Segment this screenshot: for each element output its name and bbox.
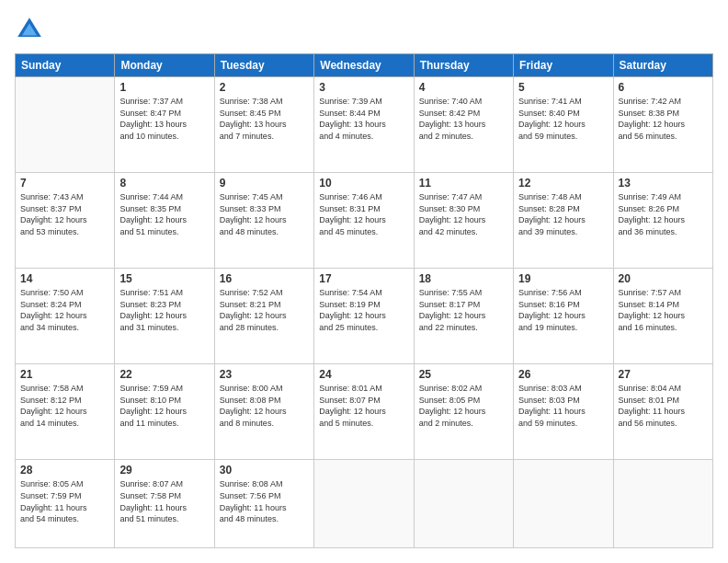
calendar-cell: 17Sunrise: 7:54 AM Sunset: 8:19 PM Dayli…	[314, 269, 414, 364]
day-number: 17	[319, 272, 408, 285]
day-number: 23	[220, 368, 309, 381]
logo-icon	[15, 15, 44, 44]
day-info: Sunrise: 7:54 AM Sunset: 8:19 PM Dayligh…	[319, 287, 408, 333]
calendar-cell: 9Sunrise: 7:45 AM Sunset: 8:33 PM Daylig…	[214, 173, 313, 269]
calendar-cell: 15Sunrise: 7:51 AM Sunset: 8:23 PM Dayli…	[115, 269, 214, 364]
day-info: Sunrise: 7:46 AM Sunset: 8:31 PM Dayligh…	[319, 191, 408, 237]
day-number: 9	[220, 177, 309, 190]
day-info: Sunrise: 8:07 AM Sunset: 7:58 PM Dayligh…	[119, 478, 209, 524]
calendar-cell	[514, 460, 613, 548]
calendar-cell: 2Sunrise: 7:38 AM Sunset: 8:45 PM Daylig…	[214, 77, 313, 173]
day-number: 28	[20, 464, 109, 477]
calendar-cell: 4Sunrise: 7:40 AM Sunset: 8:42 PM Daylig…	[414, 77, 513, 173]
day-info: Sunrise: 7:44 AM Sunset: 8:35 PM Dayligh…	[119, 191, 209, 237]
day-number: 15	[119, 272, 209, 285]
day-info: Sunrise: 8:02 AM Sunset: 8:05 PM Dayligh…	[419, 383, 508, 429]
calendar-cell: 19Sunrise: 7:56 AM Sunset: 8:16 PM Dayli…	[514, 269, 613, 364]
calendar-cell: 10Sunrise: 7:46 AM Sunset: 8:31 PM Dayli…	[314, 173, 414, 269]
calendar-cell: 5Sunrise: 7:41 AM Sunset: 8:40 PM Daylig…	[514, 77, 613, 173]
day-number: 5	[518, 81, 608, 94]
day-number: 20	[619, 272, 708, 285]
day-number: 11	[419, 177, 508, 190]
weekday-header-friday: Friday	[514, 54, 613, 77]
weekday-header-monday: Monday	[115, 54, 214, 77]
weekday-header-sunday: Sunday	[16, 54, 115, 77]
day-number: 29	[119, 464, 209, 477]
day-number: 22	[119, 368, 209, 381]
day-info: Sunrise: 7:45 AM Sunset: 8:33 PM Dayligh…	[220, 191, 309, 237]
calendar-cell	[314, 460, 414, 548]
calendar-cell: 12Sunrise: 7:48 AM Sunset: 8:28 PM Dayli…	[514, 173, 613, 269]
day-info: Sunrise: 7:50 AM Sunset: 8:24 PM Dayligh…	[20, 287, 109, 333]
calendar-week-0: 1Sunrise: 7:37 AM Sunset: 8:47 PM Daylig…	[16, 77, 713, 173]
day-number: 7	[20, 177, 109, 190]
header	[15, 15, 713, 44]
calendar-cell: 11Sunrise: 7:47 AM Sunset: 8:30 PM Dayli…	[414, 173, 513, 269]
day-number: 4	[419, 81, 508, 94]
day-info: Sunrise: 7:51 AM Sunset: 8:23 PM Dayligh…	[119, 287, 209, 333]
calendar-cell: 18Sunrise: 7:55 AM Sunset: 8:17 PM Dayli…	[414, 269, 513, 364]
calendar-cell: 28Sunrise: 8:05 AM Sunset: 7:59 PM Dayli…	[16, 460, 115, 548]
calendar-cell: 20Sunrise: 7:57 AM Sunset: 8:14 PM Dayli…	[613, 269, 712, 364]
day-number: 14	[20, 272, 109, 285]
weekday-header-thursday: Thursday	[414, 54, 513, 77]
day-info: Sunrise: 7:58 AM Sunset: 8:12 PM Dayligh…	[20, 383, 109, 429]
day-number: 18	[419, 272, 508, 285]
day-info: Sunrise: 7:55 AM Sunset: 8:17 PM Dayligh…	[419, 287, 508, 333]
day-number: 30	[220, 464, 309, 477]
day-info: Sunrise: 7:41 AM Sunset: 8:40 PM Dayligh…	[518, 96, 608, 142]
day-info: Sunrise: 7:39 AM Sunset: 8:44 PM Dayligh…	[319, 96, 408, 142]
day-info: Sunrise: 7:49 AM Sunset: 8:26 PM Dayligh…	[619, 191, 708, 237]
calendar-cell: 13Sunrise: 7:49 AM Sunset: 8:26 PM Dayli…	[613, 173, 712, 269]
day-info: Sunrise: 7:40 AM Sunset: 8:42 PM Dayligh…	[419, 96, 508, 142]
calendar-cell: 16Sunrise: 7:52 AM Sunset: 8:21 PM Dayli…	[214, 269, 313, 364]
weekday-header-wednesday: Wednesday	[314, 54, 414, 77]
day-number: 10	[319, 177, 408, 190]
day-number: 25	[419, 368, 508, 381]
day-info: Sunrise: 8:04 AM Sunset: 8:01 PM Dayligh…	[619, 383, 708, 429]
calendar-cell: 26Sunrise: 8:03 AM Sunset: 8:03 PM Dayli…	[514, 364, 613, 460]
day-info: Sunrise: 7:37 AM Sunset: 8:47 PM Dayligh…	[119, 96, 209, 142]
day-number: 3	[319, 81, 408, 94]
calendar-cell	[414, 460, 513, 548]
calendar-cell: 23Sunrise: 8:00 AM Sunset: 8:08 PM Dayli…	[214, 364, 313, 460]
calendar-cell: 29Sunrise: 8:07 AM Sunset: 7:58 PM Dayli…	[115, 460, 214, 548]
calendar-cell: 25Sunrise: 8:02 AM Sunset: 8:05 PM Dayli…	[414, 364, 513, 460]
day-info: Sunrise: 7:47 AM Sunset: 8:30 PM Dayligh…	[419, 191, 508, 237]
day-info: Sunrise: 7:56 AM Sunset: 8:16 PM Dayligh…	[518, 287, 608, 333]
calendar-cell: 6Sunrise: 7:42 AM Sunset: 8:38 PM Daylig…	[613, 77, 712, 173]
day-info: Sunrise: 7:42 AM Sunset: 8:38 PM Dayligh…	[619, 96, 708, 142]
calendar-cell	[16, 77, 115, 173]
calendar-week-2: 14Sunrise: 7:50 AM Sunset: 8:24 PM Dayli…	[16, 269, 713, 364]
calendar-cell: 30Sunrise: 8:08 AM Sunset: 7:56 PM Dayli…	[214, 460, 313, 548]
calendar-cell: 27Sunrise: 8:04 AM Sunset: 8:01 PM Dayli…	[613, 364, 712, 460]
day-number: 19	[518, 272, 608, 285]
day-info: Sunrise: 8:00 AM Sunset: 8:08 PM Dayligh…	[220, 383, 309, 429]
day-number: 2	[220, 81, 309, 94]
calendar-week-4: 28Sunrise: 8:05 AM Sunset: 7:59 PM Dayli…	[16, 460, 713, 548]
day-info: Sunrise: 8:08 AM Sunset: 7:56 PM Dayligh…	[220, 478, 309, 524]
calendar-cell	[613, 460, 712, 548]
calendar-cell: 14Sunrise: 7:50 AM Sunset: 8:24 PM Dayli…	[16, 269, 115, 364]
day-number: 16	[220, 272, 309, 285]
calendar-cell: 7Sunrise: 7:43 AM Sunset: 8:37 PM Daylig…	[16, 173, 115, 269]
weekday-header-row: SundayMondayTuesdayWednesdayThursdayFrid…	[16, 54, 713, 77]
calendar-cell: 24Sunrise: 8:01 AM Sunset: 8:07 PM Dayli…	[314, 364, 414, 460]
weekday-header-saturday: Saturday	[613, 54, 712, 77]
weekday-header-tuesday: Tuesday	[214, 54, 313, 77]
calendar-cell: 21Sunrise: 7:58 AM Sunset: 8:12 PM Dayli…	[16, 364, 115, 460]
day-info: Sunrise: 7:59 AM Sunset: 8:10 PM Dayligh…	[119, 383, 209, 429]
calendar-cell: 1Sunrise: 7:37 AM Sunset: 8:47 PM Daylig…	[115, 77, 214, 173]
day-number: 21	[20, 368, 109, 381]
day-number: 26	[518, 368, 608, 381]
calendar-cell: 8Sunrise: 7:44 AM Sunset: 8:35 PM Daylig…	[115, 173, 214, 269]
calendar-week-3: 21Sunrise: 7:58 AM Sunset: 8:12 PM Dayli…	[16, 364, 713, 460]
day-info: Sunrise: 7:38 AM Sunset: 8:45 PM Dayligh…	[220, 96, 309, 142]
day-info: Sunrise: 7:52 AM Sunset: 8:21 PM Dayligh…	[220, 287, 309, 333]
day-number: 27	[619, 368, 708, 381]
calendar-cell: 3Sunrise: 7:39 AM Sunset: 8:44 PM Daylig…	[314, 77, 414, 173]
calendar-week-1: 7Sunrise: 7:43 AM Sunset: 8:37 PM Daylig…	[16, 173, 713, 269]
day-info: Sunrise: 7:48 AM Sunset: 8:28 PM Dayligh…	[518, 191, 608, 237]
day-info: Sunrise: 8:03 AM Sunset: 8:03 PM Dayligh…	[518, 383, 608, 429]
day-number: 8	[119, 177, 209, 190]
